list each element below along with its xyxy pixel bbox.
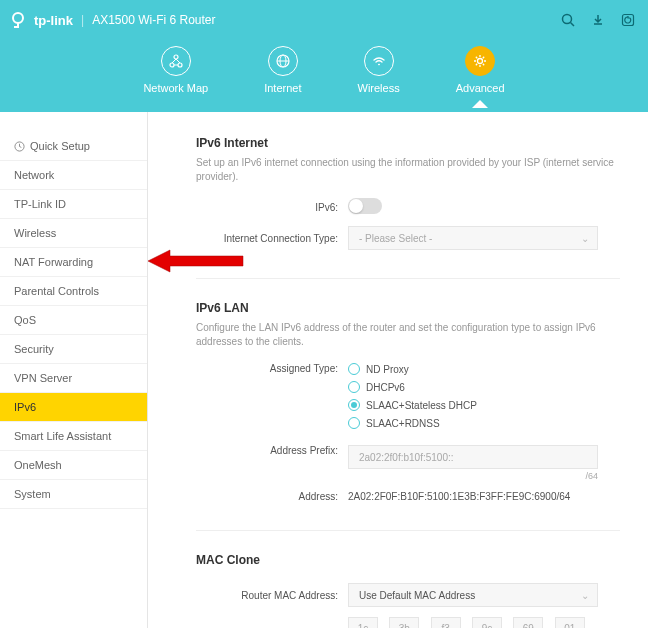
section-title: MAC Clone bbox=[196, 553, 620, 567]
svg-point-4 bbox=[174, 55, 178, 59]
main-content: IPv6 Internet Set up an IPv6 internet co… bbox=[148, 112, 648, 628]
sidebar-item-network[interactable]: Network bbox=[0, 161, 147, 190]
svg-point-1 bbox=[563, 15, 572, 24]
conn-type-label: Internet Connection Type: bbox=[196, 233, 348, 244]
radio-nd-proxy[interactable]: ND Proxy bbox=[348, 363, 620, 375]
section-title: IPv6 Internet bbox=[196, 136, 620, 150]
sidebar-item-wireless[interactable]: Wireless bbox=[0, 219, 147, 248]
radio-slaac-rdnss[interactable]: SLAAC+RDNSS bbox=[348, 417, 620, 429]
page-header: tp-link | AX1500 Wi-Fi 6 Router Network … bbox=[0, 0, 648, 112]
radio-dhcpv6[interactable]: DHCPv6 bbox=[348, 381, 620, 393]
wifi-icon bbox=[364, 46, 394, 76]
globe-grid-icon bbox=[161, 46, 191, 76]
gear-icon bbox=[465, 46, 495, 76]
search-icon[interactable] bbox=[560, 12, 576, 28]
restart-icon[interactable] bbox=[620, 12, 636, 28]
section-desc: Configure the LAN IPv6 address of the ro… bbox=[196, 321, 620, 349]
sidebar-item-onemesh[interactable]: OneMesh bbox=[0, 451, 147, 480]
section-desc: Set up an IPv6 internet connection using… bbox=[196, 156, 620, 184]
svg-line-2 bbox=[571, 23, 575, 27]
tab-advanced[interactable]: Advanced bbox=[456, 46, 505, 94]
tab-wireless[interactable]: Wireless bbox=[358, 46, 400, 94]
globe-icon bbox=[268, 46, 298, 76]
sidebar: Quick Setup Network TP-Link ID Wireless … bbox=[0, 112, 148, 628]
sidebar-item-nat[interactable]: NAT Forwarding bbox=[0, 248, 147, 277]
section-title: IPv6 LAN bbox=[196, 301, 620, 315]
svg-point-5 bbox=[170, 63, 174, 67]
tab-network-map[interactable]: Network Map bbox=[143, 46, 208, 94]
mac-label: Router MAC Address: bbox=[196, 590, 348, 601]
sidebar-item-ipv6[interactable]: IPv6 bbox=[0, 393, 147, 422]
address-value: 2A02:2F0F:B10F:5100:1E3B:F3FF:FE9C:6900/… bbox=[348, 491, 620, 502]
tplink-logo-icon bbox=[12, 12, 28, 28]
mac-octets: 1c- 3b- f3- 9c- 69- 01 bbox=[348, 617, 620, 628]
mac-octet[interactable]: 3b bbox=[389, 617, 419, 628]
sidebar-item-parental[interactable]: Parental Controls bbox=[0, 277, 147, 306]
sidebar-item-tplink-id[interactable]: TP-Link ID bbox=[0, 190, 147, 219]
svg-point-6 bbox=[178, 63, 182, 67]
sidebar-item-quick-setup[interactable]: Quick Setup bbox=[0, 132, 147, 161]
clock-icon bbox=[14, 141, 25, 152]
svg-point-10 bbox=[378, 64, 380, 66]
mac-octet[interactable]: 01 bbox=[555, 617, 585, 628]
main-tabs: Network Map Internet Wireless Advanced bbox=[0, 40, 648, 94]
conn-type-select[interactable]: - Please Select - ⌄ bbox=[348, 226, 598, 250]
sidebar-item-system[interactable]: System bbox=[0, 480, 147, 509]
chevron-down-icon: ⌄ bbox=[581, 590, 589, 601]
svg-point-11 bbox=[478, 59, 483, 64]
tab-internet[interactable]: Internet bbox=[264, 46, 301, 94]
prefix-input[interactable]: 2a02:2f0f:b10f:5100:: bbox=[348, 445, 598, 469]
sidebar-item-qos[interactable]: QoS bbox=[0, 306, 147, 335]
chevron-down-icon: ⌄ bbox=[581, 233, 589, 244]
mac-select[interactable]: Use Default MAC Address ⌄ bbox=[348, 583, 598, 607]
svg-point-0 bbox=[13, 13, 23, 23]
mac-octet[interactable]: f3 bbox=[431, 617, 461, 628]
radio-slaac-stateless[interactable]: SLAAC+Stateless DHCP bbox=[348, 399, 620, 411]
sidebar-item-security[interactable]: Security bbox=[0, 335, 147, 364]
section-ipv6-lan: IPv6 LAN Configure the LAN IPv6 address … bbox=[196, 301, 620, 531]
address-label: Address: bbox=[196, 491, 348, 502]
brand-logo: tp-link bbox=[12, 12, 73, 28]
prefix-label: Address Prefix: bbox=[196, 445, 348, 456]
download-icon[interactable] bbox=[590, 12, 606, 28]
mac-octet[interactable]: 1c bbox=[348, 617, 378, 628]
sidebar-item-smart-life[interactable]: Smart Life Assistant bbox=[0, 422, 147, 451]
mac-octet[interactable]: 69 bbox=[513, 617, 543, 628]
mac-octet[interactable]: 9c bbox=[472, 617, 502, 628]
section-mac-clone: MAC Clone Router MAC Address: Use Defaul… bbox=[196, 553, 620, 628]
section-ipv6-internet: IPv6 Internet Set up an IPv6 internet co… bbox=[196, 136, 620, 279]
assigned-type-label: Assigned Type: bbox=[196, 363, 348, 374]
sidebar-item-vpn[interactable]: VPN Server bbox=[0, 364, 147, 393]
ipv6-toggle-label: IPv6: bbox=[196, 202, 348, 213]
product-title: AX1500 Wi-Fi 6 Router bbox=[92, 13, 215, 27]
ipv6-toggle[interactable] bbox=[348, 198, 382, 214]
prefix-suffix: /64 bbox=[348, 471, 598, 481]
